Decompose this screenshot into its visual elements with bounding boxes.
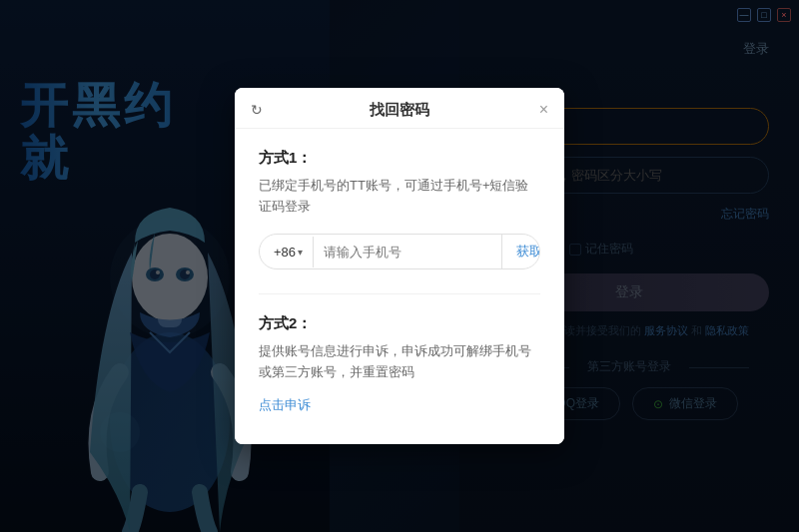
modal-header-left: ↻ bbox=[251, 102, 263, 118]
get-verification-code-button[interactable]: 获取验证码 bbox=[501, 235, 540, 268]
method2-desc: 提供账号信息进行申诉，申诉成功可解绑手机号或第三方账号，并重置密码 bbox=[259, 341, 540, 383]
phone-input-row: +86 ▾ 获取验证码 bbox=[259, 234, 540, 269]
recover-password-modal: ↻ 找回密码 × 方式1： 已绑定手机号的TT账号，可通过手机号+短信验证码登录… bbox=[235, 88, 564, 443]
modal-header: ↻ 找回密码 × bbox=[235, 88, 564, 129]
refresh-icon[interactable]: ↻ bbox=[251, 102, 263, 118]
divider bbox=[259, 293, 540, 294]
modal-title: 找回密码 bbox=[370, 101, 429, 120]
phone-prefix-selector[interactable]: +86 ▾ bbox=[260, 237, 314, 267]
window-controls: — □ × bbox=[737, 8, 791, 22]
modal-close-button[interactable]: × bbox=[539, 102, 548, 118]
maximize-button[interactable]: □ bbox=[757, 8, 771, 22]
minimize-button[interactable]: — bbox=[737, 8, 751, 22]
modal-overlay: ↻ 找回密码 × 方式1： 已绑定手机号的TT账号，可通过手机号+短信验证码登录… bbox=[0, 0, 799, 532]
method1-title: 方式1： bbox=[259, 149, 540, 168]
method2-title: 方式2： bbox=[259, 314, 540, 333]
modal-body: 方式1： 已绑定手机号的TT账号，可通过手机号+短信验证码登录 +86 ▾ 获取… bbox=[235, 129, 564, 443]
dropdown-arrow-icon: ▾ bbox=[298, 247, 303, 258]
phone-number-input[interactable] bbox=[314, 237, 501, 267]
appeal-link[interactable]: 点击申诉 bbox=[259, 397, 311, 412]
method1-desc: 已绑定手机号的TT账号，可通过手机号+短信验证码登录 bbox=[259, 176, 540, 218]
close-button[interactable]: × bbox=[777, 8, 791, 22]
